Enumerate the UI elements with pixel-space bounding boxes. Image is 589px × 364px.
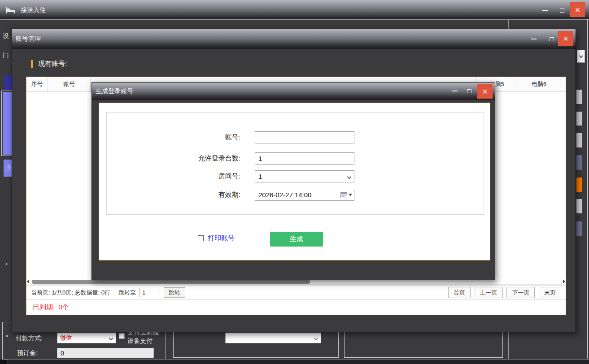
scroll-left-icon[interactable] (27, 280, 29, 283)
payment-method-select[interactable]: 微信 (57, 333, 116, 343)
chevron-down-icon (347, 174, 352, 179)
existing-accounts-label: 现有账号: (38, 60, 67, 68)
section-accent-bar (31, 60, 33, 68)
chevron-down-icon (579, 53, 583, 58)
expiry-field-row: 有效期: 2026-02-27 14:00 (107, 189, 484, 201)
room-select[interactable]: 1 (255, 170, 354, 182)
main-minimize-button[interactable] (538, 4, 552, 17)
chevron-wrap (109, 334, 116, 343)
dialog-maximize-button[interactable] (462, 84, 476, 98)
dialog-title: 生成登录账号 (96, 87, 133, 95)
expiry-label: 有效期: (107, 191, 240, 199)
last-page-button[interactable]: 末页 (539, 287, 561, 298)
background-label-fragment-mid: 门 (3, 52, 9, 60)
expired-row: 已到期: 0个 (26, 300, 566, 315)
generate-account-dialog: 生成登录账号 × 账号: 允许登录台数: 房间号: 1 有效期: (92, 82, 495, 280)
main-window-title: 接洽入住 (21, 6, 46, 14)
date-icons[interactable] (340, 192, 354, 198)
calendar-icon (340, 192, 347, 198)
bottom-frame-strip (0, 360, 589, 364)
pagination-summary: 当前页: 1/共0页; 总数据量: 0行 (31, 289, 110, 297)
dialog-close-button[interactable]: × (477, 84, 493, 99)
device-pay-line2: 设备支付 (127, 337, 159, 345)
main-close-button[interactable]: × (570, 2, 585, 17)
generate-button[interactable]: 生成 (270, 232, 323, 247)
max-logins-input[interactable] (255, 152, 354, 165)
account-input[interactable] (255, 131, 354, 143)
dialog-minimize-button[interactable] (448, 84, 462, 98)
deposit-input[interactable] (57, 348, 154, 358)
pagination-buttons: 首页 上一页 下一页 末页 (446, 287, 561, 298)
print-account-label: 打印账号 (208, 234, 235, 243)
next-page-button[interactable]: 下一页 (506, 287, 535, 298)
pagination-row: 当前页: 1/共0页; 总数据量: 0行 跳转至 跳转 首页 上一页 下一页 末… (26, 285, 566, 300)
table-header-computer6: 电脑6 (518, 77, 560, 91)
scroll-right-icon[interactable] (563, 280, 565, 283)
deposit-label: 预订金: (17, 349, 38, 357)
side-button-7[interactable] (576, 221, 582, 236)
dialog-content-panel: 账号: 允许登录台数: 房间号: 1 有效期: 2026-02-27 14:00 (99, 103, 490, 260)
room-label: 房间号: (107, 172, 240, 181)
side-button-5[interactable] (576, 178, 582, 192)
jump-button[interactable]: 跳转 (164, 287, 185, 298)
account-close-button[interactable]: × (558, 31, 573, 46)
account-field-row: 账号: (107, 131, 484, 143)
table-header-index: 序号 (26, 77, 48, 91)
table-header-account: 账号 (48, 77, 91, 91)
chevron-wrap (348, 172, 354, 181)
background-label-fragment-top: 设 (3, 32, 9, 40)
caret-down-icon (349, 194, 352, 196)
expiry-value: 2026-02-27 14:00 (255, 191, 311, 199)
expired-label: 已到期: (33, 303, 55, 312)
account-maximize-button[interactable] (545, 32, 558, 46)
first-page-button[interactable]: 首页 (448, 287, 471, 298)
max-logins-label: 允许登录台数: (107, 154, 240, 163)
print-account-checkbox[interactable] (198, 235, 204, 241)
device-pay-checkbox[interactable] (119, 333, 125, 339)
side-button-4[interactable] (576, 155, 582, 170)
room-field-row: 房间号: 1 (107, 170, 484, 182)
chevron-wrap (314, 334, 321, 343)
room-value: 1 (255, 173, 262, 180)
dialog-titlebar: 生成登录账号 × (92, 82, 495, 100)
required-star-mid: * (5, 262, 8, 269)
bottom-frame-corner (0, 360, 8, 364)
expiry-datetime-picker[interactable]: 2026-02-27 14:00 (255, 189, 354, 201)
background-dropdown-button[interactable] (577, 50, 585, 63)
right-edge-line (587, 19, 588, 359)
table-header-spacer (560, 77, 566, 91)
content-top-border (0, 19, 589, 20)
bed-icon (5, 7, 16, 14)
side-button-3[interactable] (576, 133, 582, 147)
payment-method-value: 微信 (57, 334, 72, 342)
prev-page-button[interactable]: 上一页 (475, 287, 503, 298)
main-titlebar: 接洽入住 × (0, 0, 589, 20)
account-window-title: 账号管理 (16, 35, 41, 43)
middle-empty-select[interactable] (225, 333, 321, 343)
chevron-down-icon (314, 336, 318, 340)
side-button-6[interactable] (576, 199, 582, 213)
jump-to-label: 跳转至 (118, 289, 136, 297)
max-logins-field-row: 允许登录台数: (107, 152, 484, 165)
main-maximize-button[interactable] (555, 4, 569, 17)
side-button-2[interactable] (576, 112, 582, 126)
expired-value: 0个 (58, 303, 69, 312)
payment-method-label: 付款方式: (16, 334, 43, 342)
account-titlebar: 账号管理 × (12, 29, 576, 49)
side-button-1[interactable] (576, 90, 582, 104)
existing-accounts-section: 现有账号: (31, 60, 67, 68)
payment-required-star: * (6, 334, 8, 340)
account-minimize-button[interactable] (527, 32, 541, 46)
print-account-option: 打印账号 (198, 234, 235, 243)
chevron-down-icon (109, 336, 113, 340)
account-label: 账号: (107, 133, 240, 142)
jump-page-input[interactable] (140, 288, 160, 297)
dialog-form-panel: 账号: 允许登录台数: 房间号: 1 有效期: 2026-02-27 14:00 (106, 112, 484, 215)
